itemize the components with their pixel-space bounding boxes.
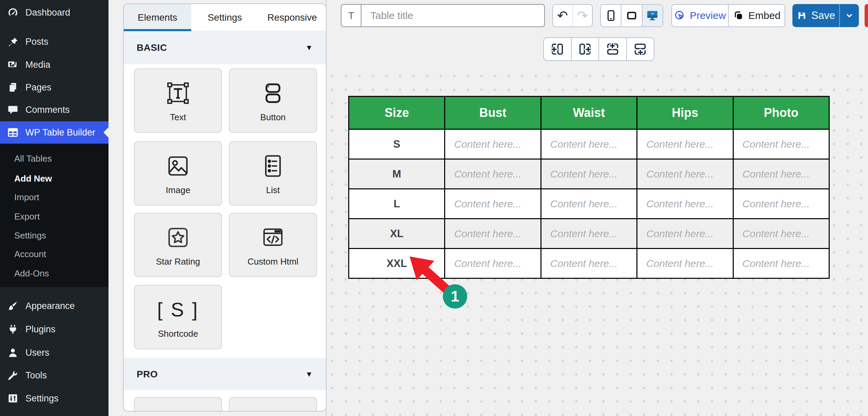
section-header-pro[interactable]: PRO ▼ [124,358,326,390]
undo-redo-group: ↶ ↷ [552,4,593,27]
sidebar-item-posts[interactable]: Posts [0,32,108,51]
sidebar-item-label: Media [25,60,51,70]
embed-button[interactable]: Embed [728,5,785,26]
close-button-partial[interactable] [865,4,868,27]
submenu-item-import[interactable]: Import [14,190,39,205]
sidebar-item-settings[interactable]: Settings [0,389,108,408]
user-icon [7,347,19,358]
add-row-before-button[interactable] [598,38,626,60]
content-cell[interactable]: Content here... [541,189,637,219]
chevron-down-icon: ▼ [305,370,313,379]
content-cell[interactable]: Content here... [541,219,637,249]
content-cell[interactable]: Content here... [445,189,541,219]
table-title-group: T [341,4,545,27]
element-card-shortcode[interactable]: [ S ] Shortcode [134,285,222,349]
sidebar-item-users[interactable]: Users [0,343,108,362]
element-card-custom-html[interactable]: Custom Html [229,213,317,277]
media-icon [7,59,19,70]
table-header-row: Size Bust Waist Hips Photo [349,97,829,129]
content-cell[interactable]: Content here... [733,189,829,219]
tablet-preview-button[interactable] [621,5,642,26]
content-cell[interactable]: Content here... [541,249,637,278]
submenu-item-account[interactable]: Account [14,247,46,262]
star-rating-element-icon [164,223,192,252]
content-cell[interactable]: Content here... [637,189,733,219]
submenu-item-export[interactable]: Export [14,209,40,224]
content-cell[interactable]: Content here... [445,159,541,189]
element-card-button[interactable]: Button [229,68,317,133]
element-card-label: Custom Html [248,256,298,267]
row-label-cell[interactable]: L [349,189,445,219]
content-cell[interactable]: Content here... [541,159,637,189]
sidebar-item-tools[interactable]: Tools [0,366,108,385]
table-header-cell[interactable]: Bust [445,97,541,129]
sidebar-item-plugins[interactable]: Plugins [0,319,108,339]
embed-label: Embed [748,10,781,21]
table-header-cell[interactable]: Size [349,97,445,129]
sidebar-item-comments[interactable]: Comments [0,100,108,120]
table-title-input[interactable] [361,5,544,26]
element-card-list[interactable]: List [229,141,317,206]
row-label-cell[interactable]: S [349,129,445,159]
desktop-preview-button[interactable] [642,5,663,26]
button-element-icon [259,79,287,107]
element-card-image[interactable]: Image [134,141,222,206]
wp-table-builder-submenu: All Tables Add New Import Export Setting… [0,144,108,287]
save-dropdown-button[interactable] [839,4,859,27]
content-cell[interactable]: Content here... [637,219,733,249]
table-header-cell[interactable]: Photo [733,97,829,129]
undo-button[interactable]: ↶ [553,5,572,26]
table-row: S Content here... Content here... Conten… [349,129,829,159]
sidebar-item-pages[interactable]: Pages [0,78,108,97]
mobile-preview-button[interactable] [601,5,621,26]
submenu-item-add-new[interactable]: Add New [14,171,52,186]
sidebar-item-label: Users [25,348,50,358]
sidebar-item-media[interactable]: Media [0,55,108,75]
add-row-after-button[interactable] [626,38,654,60]
undo-icon: ↶ [557,9,568,22]
content-cell[interactable]: Content here... [445,249,541,278]
chevron-down-icon: ▼ [305,43,313,52]
element-card-pro-partial[interactable] [134,397,222,412]
content-cell[interactable]: Content here... [733,249,829,278]
sidebar-item-appearance[interactable]: Appearance [0,296,108,316]
submenu-item-settings[interactable]: Settings [14,228,46,243]
save-button[interactable]: Save [792,4,839,27]
content-cell[interactable]: Content here... [733,159,829,189]
content-cell[interactable]: Content here... [445,219,541,249]
content-cell[interactable]: Content here... [733,129,829,159]
element-card-star-rating[interactable]: Star Rating [134,213,222,277]
redo-button[interactable]: ↷ [572,5,592,26]
tab-elements[interactable]: Elements [124,4,191,31]
row-label-cell[interactable]: M [349,159,445,189]
table-header-cell[interactable]: Waist [541,97,637,129]
preview-button[interactable]: Preview [672,5,728,26]
tab-responsive[interactable]: Responsive [258,4,326,31]
content-cell[interactable]: Content here... [733,219,829,249]
submenu-item-all-tables[interactable]: All Tables [14,151,52,166]
add-column-after-button[interactable] [571,38,599,60]
content-cell[interactable]: Content here... [637,159,733,189]
table-row: L Content here... Content here... Conten… [349,189,829,219]
table-header-cell[interactable]: Hips [637,97,733,129]
element-card-text[interactable]: Text [134,68,222,133]
content-cell[interactable]: Content here... [541,129,637,159]
sidebar-item-label: Appearance [25,301,75,311]
section-header-basic[interactable]: BASIC ▼ [124,31,326,64]
element-card-pro-partial[interactable] [229,397,317,412]
row-label-cell[interactable]: XXL [349,249,445,278]
sidebar-item-wp-table-builder[interactable]: WP Table Builder [0,121,108,144]
element-card-label: List [266,185,280,195]
submenu-item-add-ons[interactable]: Add-Ons [14,266,49,281]
add-column-after-icon [577,42,592,57]
content-cell[interactable]: Content here... [445,129,541,159]
row-label-cell[interactable]: XL [349,219,445,249]
tab-settings[interactable]: Settings [191,4,259,31]
redo-icon: ↷ [577,9,588,22]
content-cell[interactable]: Content here... [637,249,733,278]
table-row: XL Content here... Content here... Conte… [349,219,829,249]
wp-admin-sidebar: Dashboard Posts Media Pages Comments WP … [0,0,108,416]
sidebar-item-dashboard[interactable]: Dashboard [0,3,108,22]
content-cell[interactable]: Content here... [637,129,733,159]
add-column-before-button[interactable] [544,38,571,60]
